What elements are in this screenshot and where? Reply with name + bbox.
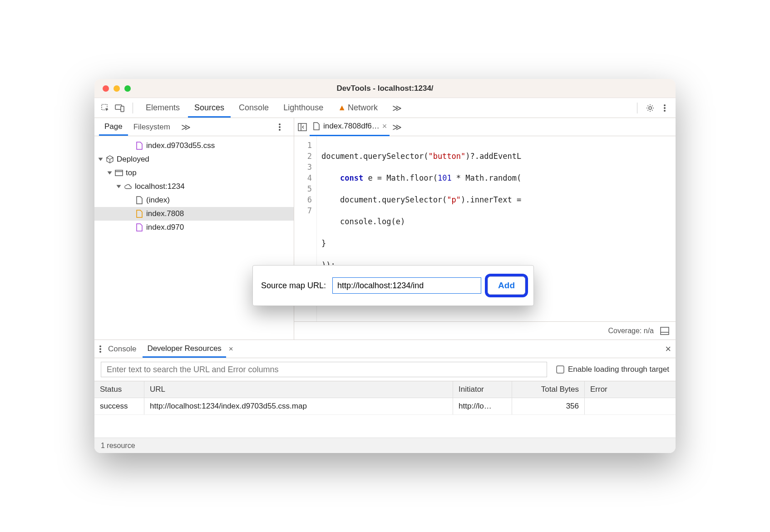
sourcemap-url-input[interactable] (332, 277, 481, 294)
document-icon (135, 196, 143, 204)
svg-point-4 (664, 104, 666, 106)
svg-rect-10 (115, 170, 123, 176)
close-tab-icon[interactable]: × (382, 122, 387, 131)
file-tree: index.d9703d55.css Deployed top localhos… (94, 136, 294, 340)
tab-elements[interactable]: Elements (139, 99, 186, 117)
col-bytes[interactable]: Total Bytes (512, 381, 585, 398)
svg-rect-14 (661, 327, 669, 335)
col-error[interactable]: Error (585, 381, 676, 398)
sidebar-tab-page[interactable]: Page (99, 118, 128, 136)
drawer-tab-resources[interactable]: Developer Resources (143, 340, 226, 358)
svg-point-17 (99, 348, 101, 350)
file-tree-item-selected[interactable]: index.7808 (94, 207, 294, 221)
window-title: DevTools - localhost:1234/ (94, 84, 676, 93)
window-icon (115, 169, 123, 177)
drawer-more-icon[interactable] (99, 345, 102, 353)
svg-point-3 (649, 107, 652, 109)
cube-icon (106, 155, 114, 163)
col-url[interactable]: URL (144, 381, 453, 398)
checkbox-icon (556, 365, 564, 374)
close-drawer-tab-icon[interactable]: × (229, 345, 233, 354)
table-row[interactable]: success http://localhost:1234/index.d970… (94, 398, 676, 415)
more-menu-icon[interactable] (658, 102, 671, 114)
file-tree-group[interactable]: Deployed (94, 153, 294, 166)
svg-point-18 (99, 351, 101, 353)
js-file-icon (135, 210, 143, 218)
sourcemap-dialog: Source map URL: Add (252, 265, 534, 306)
col-initiator[interactable]: Initiator (453, 381, 512, 398)
file-tree-item[interactable]: index.d970 (94, 221, 294, 234)
main-toolbar: Elements Sources Console Lighthouse ▲Net… (94, 98, 676, 118)
toggle-navigator-icon[interactable] (298, 123, 307, 131)
svg-point-6 (664, 110, 666, 112)
sidebar-more-icon[interactable] (278, 123, 291, 131)
editor-status: Coverage: n/a (294, 321, 676, 340)
resources-search-input[interactable] (101, 362, 547, 377)
css-file-icon (135, 223, 143, 232)
tab-network[interactable]: ▲Network (331, 99, 384, 117)
svg-point-8 (279, 126, 281, 128)
device-toolbar-icon[interactable] (114, 102, 126, 114)
devtools-window: DevTools - localhost:1234/ Elements Sour… (94, 79, 676, 453)
details-pane-icon[interactable] (660, 327, 669, 335)
file-tree-item[interactable]: index.d9703d55.css (94, 139, 294, 153)
sidebar-tabs-overflow[interactable]: ≫ (176, 118, 196, 137)
file-tree-item[interactable]: (index) (94, 193, 294, 207)
drawer-footer: 1 resource (94, 438, 676, 453)
tab-lighthouse[interactable]: Lighthouse (277, 99, 330, 117)
add-button[interactable]: Add (488, 276, 525, 295)
editor-panel: index.7808df6… × ≫ 1 2 3 4 5 6 7 documen… (294, 118, 676, 340)
expand-icon (99, 158, 103, 161)
file-tree-top[interactable]: top (94, 166, 294, 180)
coverage-label: Coverage: n/a (608, 327, 654, 335)
svg-point-5 (664, 107, 666, 109)
resources-table: Status URL Initiator Total Bytes Error s… (94, 381, 676, 438)
close-drawer-icon[interactable]: × (665, 343, 671, 355)
sourcemap-label: Source map URL: (261, 281, 326, 291)
sidebar-tab-filesystem[interactable]: Filesystem (128, 118, 176, 136)
sources-sidebar: Page Filesystem ≫ index.d9703d55.css Dep… (94, 118, 294, 340)
svg-point-9 (279, 129, 281, 131)
titlebar: DevTools - localhost:1234/ (94, 79, 676, 98)
editor-tab[interactable]: index.7808df6… × (310, 118, 390, 136)
drawer: Console Developer Resources × × Enable l… (94, 340, 676, 453)
maximize-window-icon[interactable] (124, 85, 131, 92)
tabs-overflow[interactable]: ≫ (386, 98, 408, 118)
cloud-icon (124, 182, 132, 191)
inspect-icon[interactable] (99, 102, 112, 114)
drawer-tab-console[interactable]: Console (104, 340, 141, 358)
enable-loading-checkbox[interactable]: Enable loading through target (556, 365, 669, 374)
warning-icon: ▲ (338, 103, 346, 112)
css-file-icon (135, 142, 143, 150)
settings-icon[interactable] (644, 102, 656, 114)
svg-point-7 (279, 123, 281, 125)
file-tree-domain[interactable]: localhost:1234 (94, 180, 294, 193)
svg-rect-2 (121, 106, 124, 112)
minimize-window-icon[interactable] (114, 85, 120, 92)
editor-tabs-overflow[interactable]: ≫ (392, 122, 402, 133)
tab-sources[interactable]: Sources (188, 99, 231, 118)
expand-icon (117, 185, 121, 188)
svg-point-16 (99, 345, 101, 347)
col-status[interactable]: Status (94, 381, 144, 398)
tab-console[interactable]: Console (232, 99, 275, 117)
expand-icon (108, 172, 112, 175)
document-icon (312, 122, 321, 130)
close-window-icon[interactable] (103, 85, 109, 92)
